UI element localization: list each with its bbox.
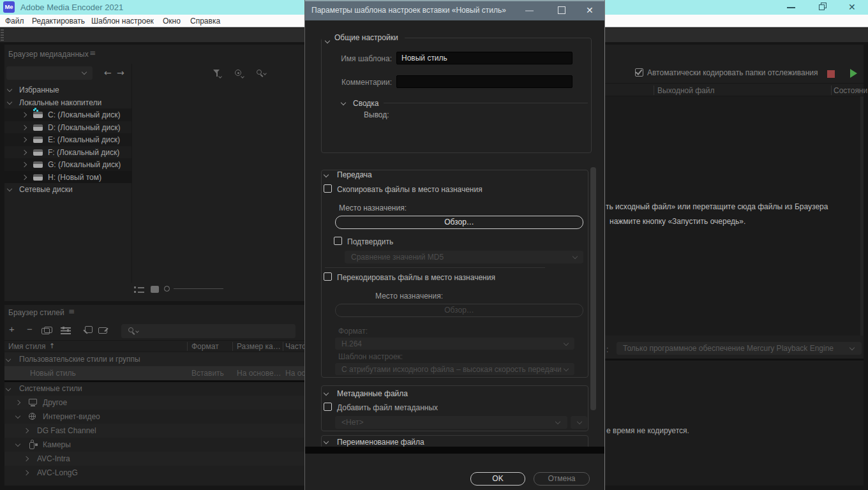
application-window: Me Adobe Media Encoder 2021 ✕ Файл Редак… bbox=[0, 0, 868, 490]
menu-preset[interactable]: Шаблон настроек bbox=[91, 17, 154, 26]
drive-icon bbox=[33, 137, 43, 143]
panel-menu-icon[interactable]: ≡ bbox=[89, 48, 96, 57]
tree-row-drive-d[interactable]: D: (Локальный диск) bbox=[4, 121, 131, 134]
tree-row-drive-e[interactable]: E: (Локальный диск) bbox=[4, 133, 131, 146]
cancel-button[interactable]: Отмена bbox=[534, 472, 590, 486]
queue-scrollbar[interactable] bbox=[860, 96, 864, 336]
comments-input[interactable] bbox=[396, 75, 572, 88]
remove-preset-icon[interactable]: − bbox=[27, 323, 33, 334]
drive-icon bbox=[33, 161, 43, 168]
menu-window[interactable]: Окно bbox=[163, 17, 181, 26]
queue-hint-line1: ть исходный файл» или перетащите сюда фа… bbox=[606, 202, 828, 211]
menu-help[interactable]: Справка bbox=[190, 17, 220, 26]
zoom-slider-track[interactable] bbox=[174, 288, 223, 289]
metadata-legend[interactable]: Метаданные файла bbox=[337, 389, 408, 398]
ingest-settings-icon[interactable] bbox=[234, 69, 243, 78]
forward-icon[interactable]: → bbox=[117, 68, 124, 78]
queue-list: ть исходный файл» или перетащите сюда фа… bbox=[605, 96, 864, 336]
format-dropdown[interactable]: H.264 bbox=[335, 338, 574, 350]
zoom-slider-knob[interactable] bbox=[164, 286, 170, 292]
browse2-button[interactable]: Обзор… bbox=[335, 304, 583, 317]
dialog-minimize-button[interactable] bbox=[525, 10, 534, 11]
column-status[interactable]: Состояни bbox=[834, 86, 867, 95]
destination2-label: Место назначения: bbox=[375, 292, 443, 301]
destination-label: Место назначения: bbox=[339, 204, 407, 212]
minimize-button[interactable] bbox=[787, 7, 795, 8]
copy-files-checkbox[interactable] bbox=[324, 184, 332, 193]
dialog-scrollbar[interactable] bbox=[590, 167, 596, 410]
preset-search-field[interactable] bbox=[121, 324, 296, 338]
auto-encode-checkbox[interactable] bbox=[635, 68, 643, 77]
thumbnail-view-icon[interactable] bbox=[151, 286, 159, 293]
rename-legend[interactable]: Переименование файла bbox=[337, 438, 424, 447]
add-preset-icon[interactable]: + bbox=[9, 323, 15, 334]
search-icon bbox=[128, 327, 138, 336]
preset-dropdown[interactable]: С атрибутами исходного файла – высокая с… bbox=[335, 363, 574, 375]
tree-row-local-drives[interactable]: Локальные накопители bbox=[4, 96, 131, 109]
back-icon[interactable]: ← bbox=[104, 68, 112, 78]
preset-label: Шаблон настроек: bbox=[338, 352, 403, 361]
close-button[interactable]: ✕ bbox=[848, 2, 856, 12]
preset-settings-icon[interactable] bbox=[61, 327, 71, 334]
column-output-file[interactable]: Выходной файл bbox=[657, 86, 715, 95]
tree-row-drive-c[interactable]: C: (Локальный диск) bbox=[4, 108, 131, 121]
column-preset-name[interactable]: Имя стиля bbox=[8, 342, 45, 351]
tree-row-drive-g[interactable]: G: (Локальный диск) bbox=[4, 158, 131, 171]
sort-ascending-icon: ↑ bbox=[49, 342, 55, 350]
tree-row-drive-f[interactable]: F: (Локальный диск) bbox=[4, 146, 131, 159]
camera-icon bbox=[29, 440, 38, 449]
new-group-icon[interactable] bbox=[41, 327, 53, 335]
drive-icon bbox=[33, 112, 43, 118]
maximize-button[interactable] bbox=[819, 3, 827, 11]
renderer-dropdown[interactable]: Только программное обеспечение Mercury P… bbox=[617, 342, 862, 355]
play-icon[interactable] bbox=[850, 69, 857, 78]
filter-icon[interactable] bbox=[213, 69, 221, 78]
drive-icon bbox=[33, 149, 43, 156]
queue-hint-line2: нажмите кнопку «Запустить очередь». bbox=[610, 217, 745, 226]
queue-panel: Автоматически кодировать папки отслежива… bbox=[605, 45, 864, 486]
auto-encode-label: Автоматически кодировать папки отслежива… bbox=[647, 68, 818, 77]
column-format[interactable]: Формат bbox=[191, 342, 219, 351]
output-label: Вывод: bbox=[364, 110, 389, 119]
dialog-close-button[interactable]: ✕ bbox=[586, 5, 594, 15]
verify-dropdown[interactable]: Сравнение значений MD5 bbox=[345, 251, 583, 264]
comments-label: Комментарии: bbox=[324, 78, 392, 87]
menu-file[interactable]: Файл bbox=[5, 17, 24, 26]
metadata-dropdown[interactable]: <Нет> bbox=[335, 416, 567, 429]
dialog-title: Параметры шаблона настроек вставки «Новы… bbox=[311, 6, 506, 15]
copy-files-label: Скопировать файлы в место назначения bbox=[337, 185, 483, 194]
window-title: Adobe Media Encoder 2021 bbox=[20, 3, 123, 12]
monitor-icon bbox=[29, 399, 38, 406]
stop-icon[interactable] bbox=[827, 70, 835, 78]
renderer-label: : bbox=[606, 345, 608, 354]
apply-preset-icon[interactable] bbox=[83, 326, 94, 335]
tree-row-drive-h[interactable]: H: (Новый том) bbox=[4, 171, 131, 184]
transfer-legend[interactable]: Передача bbox=[337, 170, 372, 179]
media-browser-title: Браузер медиаданных bbox=[8, 50, 89, 59]
media-source-dropdown[interactable] bbox=[6, 66, 93, 80]
add-metadata-checkbox[interactable] bbox=[324, 403, 332, 411]
metadata-extra-dropdown[interactable] bbox=[571, 416, 587, 429]
column-frame-size[interactable]: Размер ка… bbox=[237, 342, 281, 351]
list-view-icon[interactable] bbox=[134, 286, 144, 293]
drive-icon bbox=[33, 124, 43, 131]
browse-button[interactable]: Обзор… bbox=[335, 216, 583, 229]
panel-menu-icon[interactable]: ≡ bbox=[68, 307, 75, 316]
queue-columns-header: Выходной файл Состояни bbox=[605, 83, 864, 96]
watch-status-text: е время не кодируется. bbox=[606, 426, 689, 435]
ok-button[interactable]: OK bbox=[470, 472, 525, 486]
tree-row-favorites[interactable]: Избранные bbox=[4, 84, 131, 96]
dialog-maximize-button[interactable] bbox=[558, 6, 565, 14]
summary-label[interactable]: Сводка bbox=[353, 99, 379, 108]
import-preset-icon[interactable] bbox=[98, 326, 109, 335]
preset-name-input[interactable]: Новый стиль bbox=[396, 52, 572, 64]
general-settings-legend[interactable]: Общие настройки bbox=[322, 33, 405, 43]
globe-icon bbox=[29, 413, 36, 420]
search-icon[interactable] bbox=[256, 69, 266, 78]
tree-row-network[interactable]: Сетевые диски bbox=[4, 183, 131, 196]
transcode-checkbox[interactable] bbox=[324, 272, 332, 281]
format-label: Формат: bbox=[338, 327, 368, 336]
verify-checkbox[interactable] bbox=[334, 237, 342, 245]
dialog-titlebar[interactable]: Параметры шаблона настроек вставки «Новы… bbox=[305, 0, 604, 20]
menu-edit[interactable]: Редактировать bbox=[32, 17, 85, 26]
